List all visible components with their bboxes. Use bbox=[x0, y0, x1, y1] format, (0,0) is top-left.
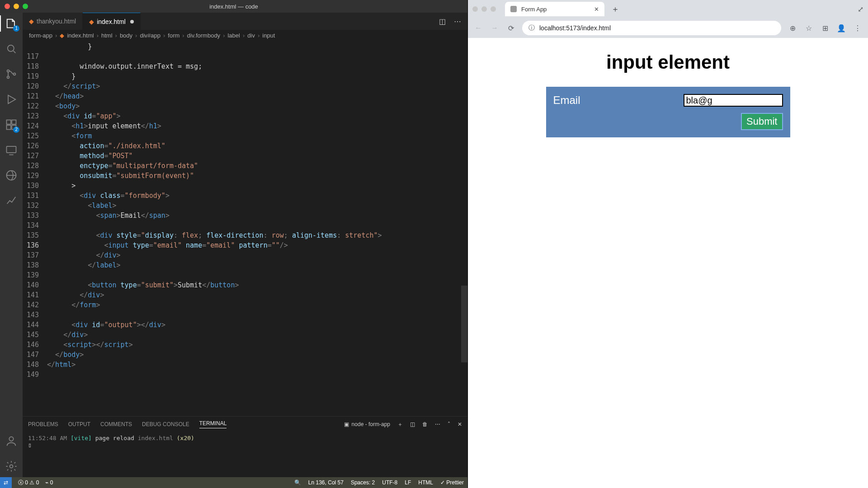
titlebar: index.html — code bbox=[0, 0, 467, 13]
kill-terminal-icon[interactable]: 🗑 bbox=[422, 421, 428, 427]
status-encoding[interactable]: UTF-8 bbox=[382, 479, 397, 486]
browser-tabstrip: Form App ✕ ＋ ⤢ bbox=[468, 0, 868, 18]
status-eol[interactable]: LF bbox=[405, 479, 411, 486]
breadcrumb-segment[interactable]: index.html bbox=[67, 32, 94, 39]
breadcrumb-segment[interactable]: html bbox=[101, 32, 113, 39]
html-file-icon: ◆ bbox=[29, 18, 34, 25]
graph-icon[interactable] bbox=[5, 194, 18, 207]
scrollbar-thumb[interactable] bbox=[461, 286, 467, 362]
live-share-icon[interactable] bbox=[5, 169, 18, 182]
window-controls bbox=[5, 4, 28, 9]
breadcrumb-segment[interactable]: label bbox=[227, 32, 240, 39]
breadcrumbs[interactable]: form-app›◆index.html›html›body›div#app›f… bbox=[23, 30, 467, 42]
tab-thankyou[interactable]: ◆ thankyou.html bbox=[23, 13, 83, 30]
html-file-icon: ◆ bbox=[89, 18, 94, 25]
favicon-icon bbox=[510, 6, 517, 12]
breadcrumb-segment[interactable]: div#app bbox=[140, 32, 160, 39]
extensions-puzzle-icon[interactable]: ⊞ bbox=[820, 24, 830, 33]
svg-point-3 bbox=[14, 73, 16, 75]
source-control-icon[interactable] bbox=[5, 68, 18, 80]
maximize-panel-icon[interactable]: ˄ bbox=[448, 421, 450, 427]
form-container: Email Submit bbox=[546, 87, 790, 137]
browser-tab[interactable]: Form App ✕ bbox=[505, 2, 604, 16]
breadcrumb-segment[interactable]: body bbox=[120, 32, 132, 39]
terminal-selector[interactable]: ▣ node - form-app bbox=[344, 421, 390, 427]
browser-menu-icon[interactable]: ⋮ bbox=[853, 24, 863, 33]
reload-button[interactable]: ⟳ bbox=[506, 24, 516, 33]
bookmark-star-icon[interactable]: ☆ bbox=[804, 24, 814, 33]
split-editor-icon[interactable]: ◫ bbox=[439, 17, 446, 26]
terminal-output[interactable]: 11:52:48 AM [vite] page reload index.htm… bbox=[23, 432, 467, 477]
site-info-icon[interactable]: ⓘ bbox=[528, 24, 535, 32]
terminal-cursor: ▯ bbox=[28, 441, 462, 448]
status-ports[interactable]: ⌁ 0 bbox=[45, 479, 53, 486]
email-label: Email bbox=[553, 94, 580, 107]
minimize-window-icon[interactable] bbox=[14, 4, 19, 9]
search-icon[interactable] bbox=[5, 42, 18, 55]
svg-point-10 bbox=[9, 437, 13, 441]
status-language[interactable]: HTML bbox=[418, 479, 433, 486]
zoom-icon[interactable] bbox=[491, 6, 496, 12]
svg-point-2 bbox=[7, 76, 9, 79]
remote-indicator-icon[interactable]: ⇄ bbox=[0, 477, 12, 488]
breadcrumb-segment[interactable]: form bbox=[168, 32, 179, 39]
status-indent[interactable]: Spaces: 2 bbox=[351, 479, 375, 486]
panel-tab-problems[interactable]: PROBLEMS bbox=[28, 421, 58, 427]
rendered-page: input element Email Submit bbox=[468, 38, 868, 488]
back-button[interactable]: ← bbox=[473, 24, 483, 32]
submit-button[interactable]: Submit bbox=[741, 113, 783, 130]
accounts-icon[interactable] bbox=[5, 435, 18, 447]
svg-rect-6 bbox=[7, 125, 11, 129]
run-debug-icon[interactable] bbox=[5, 93, 18, 106]
explorer-badge: 1 bbox=[13, 25, 19, 32]
panel-tab-terminal[interactable]: TERMINAL bbox=[199, 420, 227, 428]
svg-point-1 bbox=[7, 70, 9, 72]
new-terminal-icon[interactable]: ＋ bbox=[397, 421, 403, 428]
extensions-badge: 2 bbox=[13, 127, 19, 133]
breadcrumb-segment[interactable]: div.formbody bbox=[187, 32, 220, 39]
url-text: localhost:5173/index.html bbox=[539, 24, 611, 32]
expand-tabs-icon[interactable]: ⤢ bbox=[858, 5, 863, 14]
close-window-icon[interactable] bbox=[5, 4, 10, 9]
zoom-window-icon[interactable] bbox=[23, 4, 28, 9]
breadcrumb-segment[interactable]: form-app bbox=[29, 32, 52, 39]
extensions-icon[interactable]: 2 bbox=[5, 118, 18, 131]
panel-tab-output[interactable]: OUTPUT bbox=[68, 421, 90, 427]
remote-explorer-icon[interactable] bbox=[5, 144, 18, 156]
split-terminal-icon[interactable]: ◫ bbox=[410, 421, 415, 427]
code-content[interactable]: } window.output.innerText = msg; } </scr… bbox=[47, 42, 467, 416]
close-icon[interactable] bbox=[472, 6, 478, 12]
close-panel-icon[interactable]: ✕ bbox=[458, 421, 462, 427]
breadcrumb-segment[interactable]: input bbox=[262, 32, 275, 39]
status-search-icon[interactable]: 🔍 bbox=[294, 479, 301, 486]
address-bar[interactable]: ⓘ localhost:5173/index.html bbox=[522, 21, 781, 35]
status-cursor-pos[interactable]: Ln 136, Col 57 bbox=[308, 479, 344, 486]
breadcrumb-segment[interactable]: div bbox=[247, 32, 255, 39]
explorer-icon[interactable]: 1 bbox=[5, 17, 18, 30]
zoom-icon[interactable]: ⊕ bbox=[788, 24, 797, 33]
status-prettier[interactable]: ✓ Prettier bbox=[440, 479, 464, 486]
window-title: index.html — code bbox=[209, 3, 258, 10]
tab-index[interactable]: ◆ index.html bbox=[83, 13, 141, 30]
new-tab-button[interactable]: ＋ bbox=[609, 3, 622, 15]
svg-rect-8 bbox=[7, 146, 16, 153]
status-bar: ⇄ ⓧ 0 ⚠ 0 ⌁ 0 🔍 Ln 136, Col 57 Spaces: 2… bbox=[0, 477, 467, 488]
browser-tab-title: Form App bbox=[521, 6, 547, 13]
panel-tab-debug-console[interactable]: DEBUG CONSOLE bbox=[142, 421, 189, 427]
profile-avatar-icon[interactable]: 👤 bbox=[836, 24, 846, 33]
page-heading: input element bbox=[606, 52, 730, 73]
svg-rect-5 bbox=[12, 120, 16, 124]
panel-tab-comments[interactable]: COMMENTS bbox=[100, 421, 132, 427]
code-editor[interactable]: 1171181191201211221231241251261271281291… bbox=[23, 42, 467, 416]
activity-bar: 1 2 bbox=[0, 13, 23, 477]
settings-gear-icon[interactable] bbox=[5, 460, 18, 473]
more-actions-icon[interactable]: ⋯ bbox=[454, 17, 461, 26]
minimize-icon[interactable] bbox=[481, 6, 487, 12]
email-input[interactable] bbox=[684, 94, 783, 107]
tab-label: index.html bbox=[97, 18, 126, 25]
close-tab-icon[interactable]: ✕ bbox=[594, 6, 599, 13]
forward-button[interactable]: → bbox=[490, 24, 500, 32]
more-panel-icon[interactable]: ⋯ bbox=[435, 421, 440, 427]
svg-rect-4 bbox=[7, 120, 11, 124]
status-errors[interactable]: ⓧ 0 ⚠ 0 bbox=[18, 479, 39, 487]
